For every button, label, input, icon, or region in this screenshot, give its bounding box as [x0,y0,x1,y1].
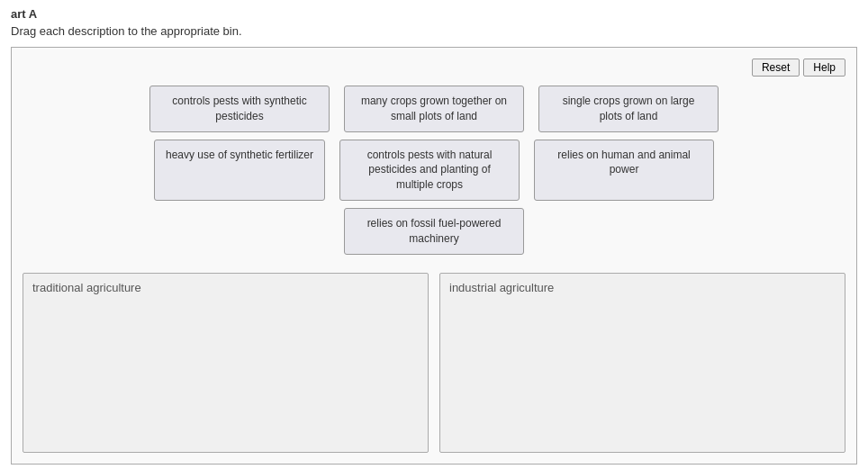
drag-item-2[interactable]: many crops grown together on small plots… [344,86,524,132]
part-label: art A [11,7,857,21]
drag-item-3[interactable]: single crops grown on large plots of lan… [538,86,719,132]
bin-label-traditional: traditional agriculture [32,281,141,294]
drag-item-6[interactable]: relies on human and animal power [534,140,714,201]
drop-bin-traditional[interactable]: traditional agriculture [23,273,429,453]
drop-bins: traditional agriculture industrial agric… [23,273,845,453]
drag-item-7[interactable]: relies on fossil fuel-powered machinery [344,208,524,255]
drag-row-3: relies on fossil fuel-powered machinery [344,208,524,255]
main-panel: Reset Help controls pests with synthetic… [11,47,857,464]
drag-row-1: controls pests with synthetic pesticides… [149,86,719,132]
drag-item-1[interactable]: controls pests with synthetic pesticides [149,86,330,132]
reset-button[interactable]: Reset [752,59,800,77]
draggables-area: controls pests with synthetic pesticides… [23,86,845,255]
drag-item-5[interactable]: controls pests with natural pesticides a… [339,140,520,201]
drop-bin-industrial[interactable]: industrial agriculture [439,273,845,453]
page-container: art A Drag each description to the appro… [0,0,868,469]
bin-label-industrial: industrial agriculture [449,281,554,294]
drag-item-4[interactable]: heavy use of synthetic fertilizer [154,140,325,201]
drag-row-2: heavy use of synthetic fertilizer contro… [154,140,714,201]
instructions: Drag each description to the appropriate… [11,24,857,38]
help-button[interactable]: Help [803,59,845,77]
top-buttons: Reset Help [23,59,845,77]
